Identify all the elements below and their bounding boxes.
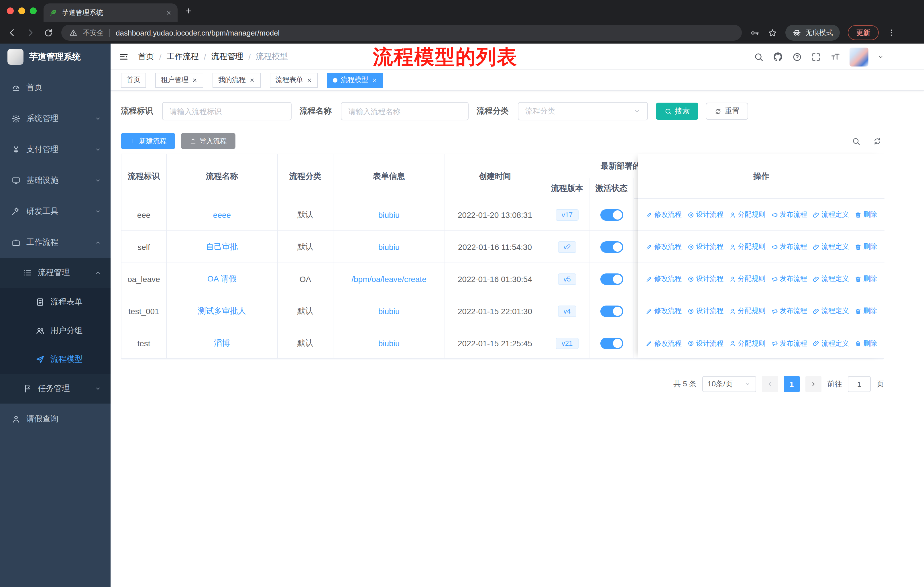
action-design-link[interactable]: 设计流程 (687, 306, 723, 316)
action-edit-link[interactable]: 修改流程 (645, 339, 682, 348)
address-bar[interactable]: 不安全 dashboard.yudao.iocoder.cn/bpm/manag… (61, 25, 742, 41)
goto-page-input[interactable] (848, 376, 871, 392)
active-toggle[interactable] (600, 241, 623, 253)
browser-update-button[interactable]: 更新 (848, 25, 879, 40)
window-minimize-button[interactable] (18, 7, 25, 14)
action-design-link[interactable]: 设计流程 (687, 274, 723, 284)
action-publish-link[interactable]: 发布流程 (771, 339, 807, 348)
reload-button[interactable] (43, 28, 53, 38)
search-icon[interactable] (754, 52, 764, 62)
window-close-button[interactable] (7, 7, 14, 14)
action-delete-link[interactable]: 删除 (855, 242, 877, 251)
process-name-input[interactable] (348, 107, 461, 116)
sidebar-item-dev-tools[interactable]: 研发工具 (0, 196, 111, 227)
action-definition-link[interactable]: 流程定义 (813, 339, 849, 348)
form-info-link[interactable]: biubiu (378, 306, 400, 316)
import-process-button[interactable]: 导入流程 (181, 133, 236, 149)
browser-menu-icon[interactable] (887, 28, 896, 37)
refresh-table-icon[interactable] (873, 137, 882, 146)
sidebar-item-leave-query[interactable]: 请假查询 (0, 403, 111, 435)
action-definition-link[interactable]: 流程定义 (813, 210, 849, 220)
active-toggle[interactable] (600, 337, 623, 349)
action-delete-link[interactable]: 删除 (855, 210, 877, 220)
sidebar-item-process-model[interactable]: 流程模型 (0, 345, 111, 374)
action-publish-link[interactable]: 发布流程 (771, 210, 807, 220)
action-assign-link[interactable]: 分配规则 (729, 210, 765, 220)
create-process-button[interactable]: 新建流程 (121, 133, 175, 149)
action-assign-link[interactable]: 分配规则 (729, 306, 765, 316)
action-definition-link[interactable]: 流程定义 (813, 274, 849, 284)
action-delete-link[interactable]: 删除 (855, 339, 877, 348)
current-page-button[interactable]: 1 (784, 376, 800, 392)
url-text[interactable]: dashboard.yudao.iocoder.cn/bpm/manager/m… (116, 28, 280, 37)
process-name-link[interactable]: 滔博 (214, 338, 230, 348)
search-button[interactable]: 搜索 (656, 103, 698, 120)
action-assign-link[interactable]: 分配规则 (729, 242, 765, 251)
tag-process-form[interactable]: 流程表单 (270, 73, 318, 88)
sidebar-item-payment-management[interactable]: 支付管理 (0, 134, 111, 165)
action-delete-link[interactable]: 删除 (855, 306, 877, 316)
form-info-link[interactable]: biubiu (378, 339, 400, 348)
user-avatar[interactable] (850, 47, 868, 66)
breadcrumb-item[interactable]: 流程管理 (211, 51, 243, 62)
form-info-link[interactable]: /bpm/oa/leave/create (351, 274, 426, 283)
action-design-link[interactable]: 设计流程 (687, 210, 723, 220)
toggle-search-icon[interactable] (852, 137, 860, 146)
prev-page-button[interactable] (762, 376, 778, 392)
action-design-link[interactable]: 设计流程 (687, 339, 723, 348)
collapse-sidebar-icon[interactable] (119, 51, 129, 62)
process-name-link[interactable]: eeee (213, 210, 231, 219)
active-toggle[interactable] (600, 273, 623, 284)
close-tag-icon[interactable] (372, 77, 378, 83)
sidebar-item-workflow[interactable]: 工作流程 (0, 227, 111, 258)
action-definition-link[interactable]: 流程定义 (813, 242, 849, 251)
active-toggle[interactable] (600, 305, 623, 317)
sidebar-item-system-management[interactable]: 系统管理 (0, 103, 111, 134)
action-definition-link[interactable]: 流程定义 (813, 306, 849, 316)
action-design-link[interactable]: 设计流程 (687, 242, 723, 251)
new-tab-button[interactable] (185, 7, 193, 15)
action-edit-link[interactable]: 修改流程 (645, 274, 682, 284)
bookmark-star-icon[interactable] (767, 28, 777, 38)
browser-tab[interactable]: 芋道管理系统 (43, 3, 178, 22)
breadcrumb-item[interactable]: 工作流程 (167, 51, 199, 62)
fullscreen-icon[interactable] (811, 52, 821, 62)
sidebar-item-infrastructure[interactable]: 基础设施 (0, 165, 111, 196)
password-key-icon[interactable] (750, 28, 760, 38)
process-name-link[interactable]: 自己审批 (206, 241, 238, 252)
action-delete-link[interactable]: 删除 (855, 274, 877, 284)
sidebar-item-user-group[interactable]: 用户分组 (0, 316, 111, 345)
page-size-select[interactable]: 10条/页 (702, 376, 756, 392)
active-toggle[interactable] (600, 209, 623, 220)
security-label[interactable]: 不安全 (83, 28, 104, 38)
font-size-icon[interactable] (830, 51, 840, 62)
close-tag-icon[interactable] (192, 77, 198, 83)
window-zoom-button[interactable] (30, 7, 37, 14)
tag-process-model[interactable]: 流程模型 (327, 73, 383, 88)
process-name-link[interactable]: OA 请假 (207, 274, 237, 284)
action-assign-link[interactable]: 分配规则 (729, 339, 765, 348)
action-edit-link[interactable]: 修改流程 (645, 210, 682, 220)
sidebar-item-task-management[interactable]: 任务管理 (0, 374, 111, 403)
process-key-input[interactable] (170, 107, 284, 116)
tag-home[interactable]: 首页 (121, 73, 146, 88)
close-tag-icon[interactable] (249, 77, 255, 83)
breadcrumb-item[interactable]: 首页 (138, 51, 154, 62)
reset-button[interactable]: 重置 (706, 103, 748, 120)
action-publish-link[interactable]: 发布流程 (771, 306, 807, 316)
back-button[interactable] (7, 28, 17, 38)
action-edit-link[interactable]: 修改流程 (645, 306, 682, 316)
process-name-link[interactable]: 测试多审批人 (198, 306, 246, 316)
action-edit-link[interactable]: 修改流程 (645, 242, 682, 251)
sidebar-item-process-form[interactable]: 流程表单 (0, 288, 111, 316)
github-icon[interactable] (773, 51, 783, 62)
close-tab-icon[interactable] (165, 10, 172, 16)
action-publish-link[interactable]: 发布流程 (771, 242, 807, 251)
incognito-badge[interactable]: 无痕模式 (785, 25, 840, 41)
sidebar-item-home[interactable]: 首页 (0, 72, 111, 103)
tag-tenant-management[interactable]: 租户管理 (155, 73, 203, 88)
sidebar-item-process-management[interactable]: 流程管理 (0, 258, 111, 288)
forward-button[interactable] (25, 28, 36, 38)
form-info-link[interactable]: biubiu (378, 210, 400, 219)
category-select[interactable]: 流程分类 (518, 102, 648, 121)
